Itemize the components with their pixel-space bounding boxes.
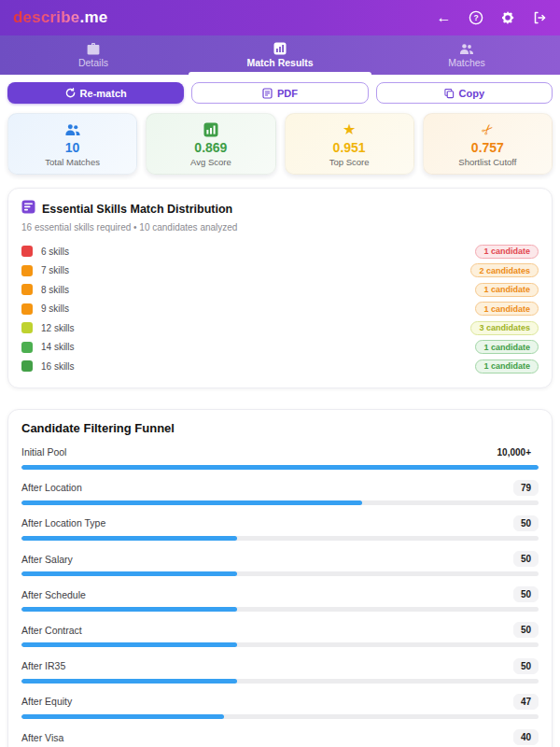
tab-details-label: Details xyxy=(78,57,108,68)
funnel-bar-fill xyxy=(21,571,237,576)
funnel-stage-label: Initial Pool xyxy=(21,446,66,458)
skill-count-label: 14 skills xyxy=(41,342,475,352)
people-icon xyxy=(459,43,474,55)
funnel-bar-track xyxy=(21,714,539,719)
stats-row: 10 Total Matches 0.869 Avg Score ★ 0.951… xyxy=(0,104,560,175)
skill-distribution-row: 9 skills 1 candidate xyxy=(21,300,539,319)
funnel-bar-fill xyxy=(21,679,237,684)
pdf-button-label: PDF xyxy=(277,88,298,99)
logo-primary-text: describe xyxy=(13,8,80,26)
stat-card-total-matches: 10 Total Matches xyxy=(7,113,137,175)
settings-gear-icon[interactable] xyxy=(499,10,515,26)
stat-card-shortlist-cutoff: ✂ 0.757 Shortlist Cutoff xyxy=(423,113,553,175)
skill-distribution-row: 14 skills 1 candidate xyxy=(21,338,539,358)
funnel-stage-row: After Visa 40 xyxy=(21,729,539,747)
candidate-count-badge: 3 candidates xyxy=(470,321,539,335)
skills-panel-title: Essential Skills Match Distribution xyxy=(42,203,232,216)
logo-suffix-text: .me xyxy=(80,8,108,26)
candidate-count-badge: 1 candidate xyxy=(475,245,539,259)
funnel-stage-row: After Contract 50 xyxy=(21,622,539,647)
tab-matches-label: Matches xyxy=(448,57,485,68)
skill-color-swatch xyxy=(21,246,33,257)
candidate-count-badge: 1 candidate xyxy=(475,302,539,316)
app-logo: describe.me xyxy=(13,8,107,27)
bar-chart-icon xyxy=(273,42,287,55)
funnel-stage-label: After Equity xyxy=(21,696,72,707)
funnel-bar-fill xyxy=(21,607,237,612)
funnel-stage-label: After Location Type xyxy=(21,517,105,529)
funnel-stage-value: 50 xyxy=(513,622,539,638)
svg-text:?: ? xyxy=(473,13,478,22)
skill-color-swatch xyxy=(21,360,33,372)
rematch-button[interactable]: Re-match xyxy=(7,82,184,104)
stat-card-avg-score: 0.869 Avg Score xyxy=(146,113,275,175)
stat-value: 10 xyxy=(65,140,80,155)
skills-distribution-panel: Essential Skills Match Distribution 16 e… xyxy=(7,188,553,388)
distribution-chart-icon xyxy=(21,200,35,218)
funnel-bar-track xyxy=(21,571,539,576)
funnel-bar-track xyxy=(21,607,539,612)
skill-distribution-row: 7 skills 2 candidates xyxy=(21,261,539,281)
skill-count-label: 8 skills xyxy=(41,285,475,295)
funnel-bar-fill xyxy=(21,642,237,647)
funnel-stage-label: After Schedule xyxy=(21,589,86,600)
skill-distribution-row: 16 skills 1 candidate xyxy=(21,357,539,376)
copy-button[interactable]: Copy xyxy=(376,82,553,104)
skill-distribution-list: 6 skills 1 candidate 7 skills 2 candidat… xyxy=(21,242,539,376)
skills-panel-subtitle: 16 essential skills required • 10 candid… xyxy=(21,222,539,233)
funnel-stage-value: 79 xyxy=(513,480,539,496)
back-arrow-icon[interactable]: ← xyxy=(436,10,452,26)
stat-value: 0.869 xyxy=(194,140,227,155)
tab-matches[interactable]: Matches xyxy=(373,35,560,75)
refresh-icon xyxy=(65,88,76,98)
tab-match-results[interactable]: Match Results xyxy=(187,35,373,75)
funnel-bar-track xyxy=(21,679,539,684)
funnel-stage-label: After Salary xyxy=(21,554,73,565)
skill-color-swatch xyxy=(21,265,33,276)
funnel-stage-row: Initial Pool 10,000+ xyxy=(21,444,539,470)
funnel-stage-value: 50 xyxy=(513,551,539,567)
candidate-count-badge: 1 candidate xyxy=(475,283,539,297)
funnel-stage-label: After IR35 xyxy=(21,660,65,671)
help-icon[interactable]: ? xyxy=(468,10,483,26)
copy-icon xyxy=(444,88,455,99)
funnel-stage-value: 40 xyxy=(513,729,539,745)
skill-count-label: 7 skills xyxy=(41,265,470,275)
skill-color-swatch xyxy=(21,322,33,333)
tab-details[interactable]: Details xyxy=(0,35,187,75)
funnel-bar-fill xyxy=(21,500,362,505)
funnel-stage-value: 10,000+ xyxy=(490,444,539,460)
action-button-row: Re-match PDF Copy xyxy=(0,75,560,104)
skill-count-label: 16 skills xyxy=(41,361,475,372)
candidate-count-badge: 1 candidate xyxy=(475,359,539,374)
stat-label: Avg Score xyxy=(190,157,231,167)
pdf-document-icon xyxy=(262,88,273,99)
scissors-icon: ✂ xyxy=(482,121,494,138)
skill-distribution-row: 8 skills 1 candidate xyxy=(21,280,539,300)
funnel-stage-label: After Contract xyxy=(21,625,82,636)
copy-button-label: Copy xyxy=(459,88,485,99)
funnel-stage-row: After IR35 50 xyxy=(21,658,539,684)
stat-label: Shortlist Cutoff xyxy=(458,157,516,167)
funnel-stage-row: After Location Type 50 xyxy=(21,515,539,541)
briefcase-icon xyxy=(87,43,100,55)
candidate-count-badge: 1 candidate xyxy=(475,340,539,354)
candidate-count-badge: 2 candidates xyxy=(470,263,539,277)
funnel-stage-value: 50 xyxy=(513,586,539,602)
funnel-stage-row: After Schedule 50 xyxy=(21,586,539,612)
logout-icon[interactable] xyxy=(531,10,547,26)
pdf-button[interactable]: PDF xyxy=(191,82,368,104)
stat-value: 0.757 xyxy=(471,140,504,155)
funnel-bar-fill xyxy=(21,465,539,470)
skill-distribution-row: 12 skills 3 candidates xyxy=(21,318,539,338)
people-icon xyxy=(64,121,81,138)
skill-color-swatch xyxy=(21,303,33,315)
funnel-stage-list: Initial Pool 10,000+ After Location 79 xyxy=(21,444,539,747)
funnel-stage-row: After Location 79 xyxy=(21,480,539,505)
funnel-bar-fill xyxy=(21,714,224,719)
funnel-bar-track xyxy=(21,500,539,505)
skill-count-label: 12 skills xyxy=(41,323,470,333)
candidate-funnel-panel: Candidate Filtering Funnel Initial Pool … xyxy=(7,409,553,747)
app-header: describe.me ← ? xyxy=(0,0,560,35)
skill-count-label: 6 skills xyxy=(41,247,475,257)
